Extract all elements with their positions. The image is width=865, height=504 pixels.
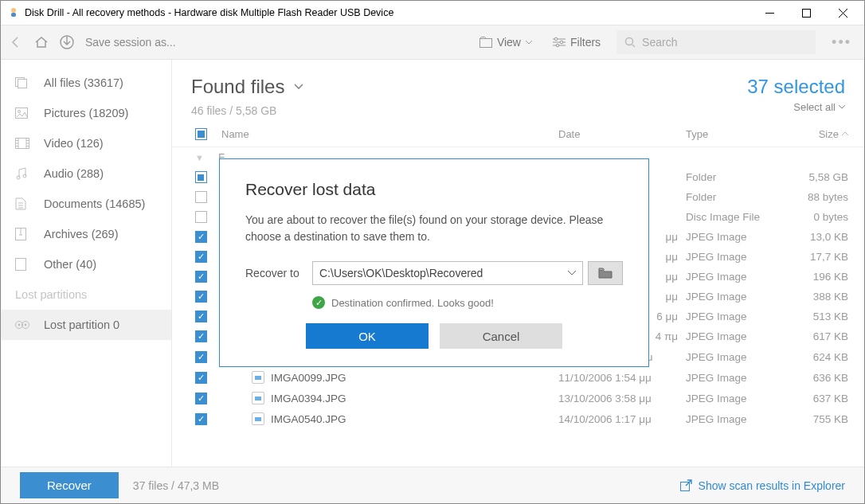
explorer-link-label: Show scan results in Explorer [699, 479, 845, 492]
dialog-cancel-button[interactable]: Cancel [440, 323, 562, 349]
files-icon [15, 77, 28, 88]
svg-point-21 [25, 324, 27, 326]
dialog-title: Recover lost data [245, 180, 623, 199]
row-checkbox[interactable]: ✓ [195, 413, 207, 425]
search-placeholder: Search [642, 36, 677, 49]
more-menu-button[interactable]: ••• [827, 34, 856, 51]
destination-path: C:\Users\OK\Desktop\Recovered [319, 267, 483, 279]
row-checkbox[interactable]: ✓ [195, 351, 207, 363]
sidebar-item-archives[interactable]: Archives (269) [1, 219, 171, 249]
row-checkbox[interactable]: ✓ [195, 372, 207, 384]
sidebar-item-audio[interactable]: Audio (288) [1, 158, 171, 189]
video-icon [15, 138, 29, 149]
row-checkbox[interactable]: ✓ [195, 311, 207, 322]
view-dropdown[interactable]: View [475, 33, 537, 52]
window-close-button[interactable] [824, 1, 861, 25]
chevron-down-icon [294, 84, 303, 90]
sidebar: All files (33617) Pictures (18209) Video… [1, 60, 172, 467]
file-name: IMGA0099.JPG [271, 372, 346, 384]
home-button[interactable] [34, 35, 49, 49]
sidebar-item-label: Pictures (18209) [44, 107, 128, 119]
folder-icon [598, 268, 613, 279]
file-type: JPEG Image [686, 372, 781, 384]
col-name[interactable]: Name [218, 128, 558, 140]
sidebar-item-label: Archives (269) [44, 228, 118, 240]
file-size: 624 KB [781, 351, 853, 363]
documents-icon [15, 197, 26, 210]
file-type: JPEG Image [686, 393, 781, 404]
row-checkbox[interactable]: ✓ [195, 330, 207, 342]
row-checkbox[interactable]: ✓ [195, 393, 207, 404]
col-type[interactable]: Type [686, 128, 781, 140]
sidebar-item-label: Audio (288) [44, 167, 104, 180]
svg-rect-2 [802, 9, 810, 17]
show-in-explorer-link[interactable]: Show scan results in Explorer [680, 479, 845, 492]
audio-icon [15, 167, 28, 180]
window-minimize-button[interactable] [751, 1, 788, 25]
file-name: IMGA0394.JPG [271, 393, 346, 404]
filters-button[interactable]: Filters [548, 33, 605, 52]
chevron-down-icon [568, 271, 576, 275]
jpeg-file-icon [252, 392, 264, 404]
svg-point-6 [560, 41, 563, 44]
file-date: 11/10/2006 1:54 μμ [558, 372, 686, 384]
destination-status: ✓ Destination confirmed. Looks good! [245, 296, 623, 309]
row-checkbox[interactable]: ✓ [195, 271, 207, 283]
content-title[interactable]: Found files [191, 76, 303, 98]
row-checkbox[interactable]: ✓ [195, 231, 207, 243]
search-input[interactable]: Search [616, 30, 816, 54]
window-maximize-button[interactable] [788, 1, 824, 25]
svg-rect-1 [11, 13, 16, 17]
svg-point-7 [556, 44, 559, 47]
svg-point-12 [18, 111, 21, 113]
sidebar-item-label: Other (40) [44, 258, 96, 271]
save-session-icon[interactable] [60, 35, 74, 49]
table-header: Name Date Type Size [172, 122, 864, 147]
browse-folder-button[interactable] [588, 261, 623, 285]
archives-icon [15, 228, 26, 240]
footer-info: 37 files / 47,3 MB [133, 479, 219, 492]
file-type: JPEG Image [686, 351, 781, 363]
col-size[interactable]: Size [781, 128, 853, 140]
sidebar-item-video[interactable]: Video (126) [1, 128, 171, 158]
col-date[interactable]: Date [558, 128, 686, 140]
file-size: 637 KB [781, 393, 853, 404]
sidebar-item-lost-partition-0[interactable]: Lost partition 0 [1, 310, 171, 340]
destination-select[interactable]: C:\Users\OK\Desktop\Recovered [312, 261, 583, 285]
file-date: 13/10/2006 3:58 μμ [558, 393, 686, 404]
back-button[interactable] [9, 35, 23, 49]
row-checkbox[interactable] [195, 171, 207, 183]
sidebar-item-label: Lost partition 0 [44, 318, 119, 331]
jpeg-file-icon [252, 371, 264, 384]
sidebar-item-pictures[interactable]: Pictures (18209) [1, 98, 171, 128]
row-checkbox[interactable] [195, 191, 207, 203]
row-checkbox[interactable]: ✓ [195, 251, 207, 263]
sort-asc-icon [842, 132, 848, 136]
dialog-body: You are about to recover the file(s) fou… [245, 212, 623, 245]
svg-rect-10 [18, 80, 27, 88]
collapse-icon[interactable]: ▼ [195, 153, 206, 162]
jpeg-file-icon [252, 412, 264, 425]
row-checkbox[interactable]: ✓ [195, 291, 207, 303]
table-row[interactable]: ✓IMGA0099.JPG11/10/2006 1:54 μμJPEG Imag… [172, 367, 864, 388]
sidebar-item-other[interactable]: Other (40) [1, 249, 171, 279]
table-row[interactable]: ✓IMGA0540.JPG14/10/2006 1:17 μμJPEG Imag… [172, 408, 864, 429]
sidebar-item-label: All files (33617) [44, 76, 123, 89]
recover-button[interactable]: Recover [20, 472, 119, 498]
pictures-icon [15, 107, 28, 119]
table-row[interactable]: ✓IMGA0394.JPG13/10/2006 3:58 μμJPEG Imag… [172, 388, 864, 408]
header-checkbox[interactable] [195, 128, 207, 140]
other-icon [15, 258, 26, 271]
check-icon: ✓ [312, 296, 325, 309]
select-all-button[interactable]: Select all [747, 101, 845, 113]
sidebar-item-documents[interactable]: Documents (14685) [1, 189, 171, 219]
save-session-label[interactable]: Save session as... [85, 36, 176, 49]
svg-point-0 [11, 8, 16, 13]
status-text: Destination confirmed. Looks good! [331, 297, 494, 309]
sidebar-item-all-files[interactable]: All files (33617) [1, 68, 171, 98]
svg-rect-17 [16, 259, 26, 271]
dialog-ok-button[interactable]: OK [306, 323, 429, 349]
svg-point-5 [554, 37, 558, 41]
row-checkbox[interactable] [195, 211, 207, 223]
view-label: View [497, 36, 521, 49]
